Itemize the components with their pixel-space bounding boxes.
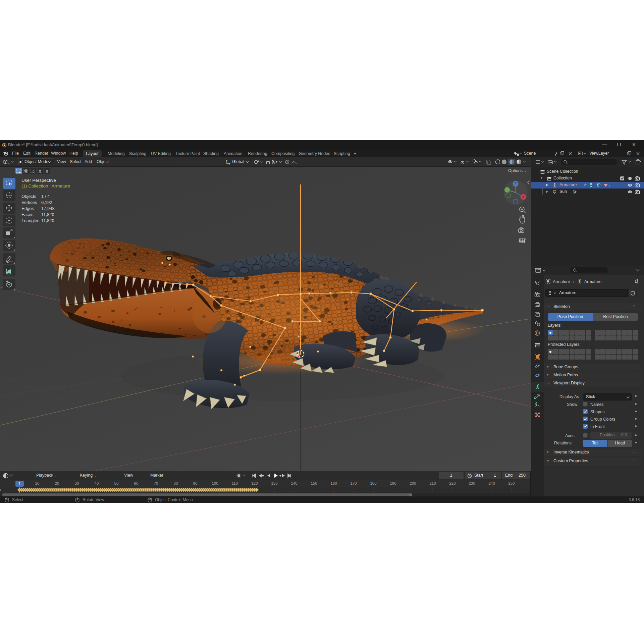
svg-text:X: X (522, 195, 525, 199)
svg-text:Z: Z (515, 182, 517, 186)
svg-text:2: 2 (608, 185, 610, 187)
